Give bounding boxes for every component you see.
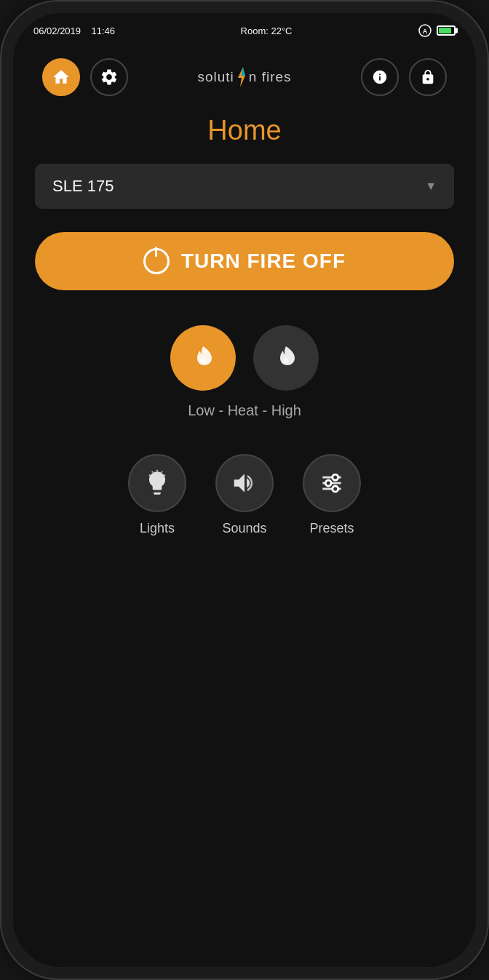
app-content: soluti n fires: [13, 44, 476, 967]
nav-right: [361, 58, 447, 96]
flame-high-icon: [270, 342, 302, 374]
turn-off-label: TURN FIRE OFF: [181, 250, 346, 273]
info-button[interactable]: [361, 58, 399, 96]
svg-text:A: A: [423, 28, 428, 35]
presets-label: Presets: [309, 521, 354, 536]
logo-text-before: soluti: [197, 69, 234, 85]
lights-button[interactable]: [128, 454, 186, 512]
phone-screen: 06/02/2019 11:46 Room: 22°C A: [13, 13, 476, 967]
page-title: Home: [35, 103, 454, 164]
presets-control[interactable]: Presets: [303, 454, 361, 536]
svg-point-14: [333, 486, 338, 492]
svg-line-6: [152, 471, 153, 473]
presets-button[interactable]: [303, 454, 361, 512]
heat-low-button[interactable]: [170, 325, 236, 391]
bottom-controls: Lights Sounds: [35, 454, 454, 536]
heat-high-button[interactable]: [253, 325, 319, 391]
gear-icon: [100, 68, 119, 87]
heat-buttons: [170, 325, 319, 391]
status-date: 06/02/2019: [33, 25, 81, 36]
dropdown-label: SLE 175: [52, 177, 114, 196]
speaker-icon: [231, 469, 258, 497]
status-datetime: 06/02/2019 11:46: [33, 25, 115, 36]
svg-marker-2: [238, 67, 245, 87]
settings-button[interactable]: [90, 58, 128, 96]
heat-low-label: Low: [188, 402, 215, 418]
chevron-down-icon: ▼: [425, 180, 437, 193]
svg-line-7: [164, 475, 166, 476]
phone-frame: 06/02/2019 11:46 Room: 22°C A: [0, 0, 489, 980]
lock-button[interactable]: [409, 58, 447, 96]
battery-icon: [437, 25, 456, 36]
status-icons: A: [418, 23, 456, 38]
info-icon: [372, 69, 388, 85]
status-time: 11:46: [92, 25, 116, 36]
heat-heat-label: Heat: [228, 402, 258, 418]
heat-high-label: High: [271, 402, 301, 418]
svg-point-10: [333, 474, 338, 480]
model-dropdown[interactable]: SLE 175 ▼: [35, 164, 454, 209]
sliders-icon: [318, 469, 346, 497]
home-icon: [52, 68, 71, 87]
power-icon: [143, 248, 170, 274]
heat-label: Low - Heat - High: [188, 402, 301, 419]
logo-bolt-icon: [236, 67, 247, 87]
logo: soluti n fires: [197, 67, 291, 87]
turn-fire-off-button[interactable]: TURN FIRE OFF: [35, 232, 454, 290]
lights-label: Lights: [140, 521, 175, 536]
lock-icon: [420, 69, 436, 85]
sounds-label: Sounds: [222, 521, 266, 536]
sounds-control[interactable]: Sounds: [215, 454, 274, 536]
status-room-temp: Room: 22°C: [241, 25, 293, 36]
svg-point-12: [325, 480, 331, 486]
heat-dash1: -: [215, 402, 228, 418]
lights-control[interactable]: Lights: [128, 454, 186, 536]
home-button[interactable]: [42, 58, 80, 96]
svg-line-8: [149, 475, 151, 476]
heat-dash2: -: [258, 402, 271, 418]
sounds-button[interactable]: [215, 454, 274, 512]
logo-text-after: n fires: [249, 69, 292, 85]
status-bar: 06/02/2019 11:46 Room: 22°C A: [13, 13, 476, 44]
logo-area: soluti n fires: [128, 67, 361, 87]
svg-line-5: [162, 471, 162, 473]
heat-controls: Low - Heat - High: [35, 325, 454, 419]
nav-left: [42, 58, 128, 96]
lightbulb-icon: [143, 469, 171, 497]
top-nav: soluti n fires: [35, 44, 454, 103]
flame-low-icon: [187, 342, 219, 374]
auto-rotate-icon: A: [418, 23, 432, 38]
